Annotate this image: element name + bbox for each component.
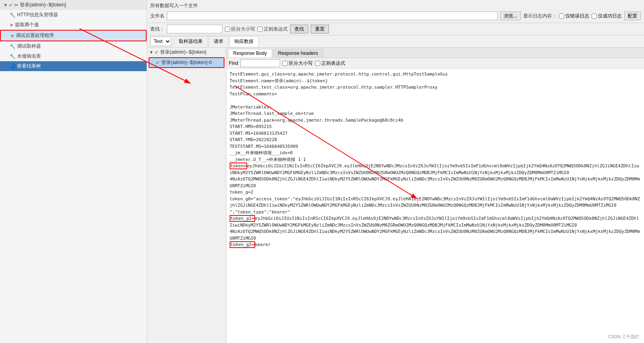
response-line-13: __jm__外来物种填报___idx=0 [230, 150, 641, 157]
search-label: 查找： [150, 26, 164, 33]
response-line-10: START.MS=1646013135427 [230, 130, 641, 137]
find-regex-checkbox[interactable] [315, 61, 320, 66]
token-g2-highlight: token_g2= [230, 241, 255, 248]
file-name-input[interactable] [167, 12, 498, 20]
sidebar-item-label: 提取两个值 [15, 21, 39, 28]
tab-sampler-result[interactable]: 取样器结果 [174, 36, 208, 47]
case-sensitive-label[interactable]: 区分大小写 [225, 26, 255, 33]
error-log-checkbox-label[interactable]: 仅错误日志 [559, 13, 589, 19]
sidebar-item-label: 水侵病虫害 [17, 53, 41, 60]
token-highlight: token= [230, 163, 247, 169]
check-icon-green: ✔ [155, 50, 159, 55]
case-sensitive-checkbox[interactable] [225, 27, 230, 32]
arrow-right-icon-2: ➤ [10, 33, 14, 39]
result-tree-root[interactable]: ▼ ✔ 登录(admin)--${token} [147, 48, 226, 57]
response-line-8: JMeterThread.pack=org.apache.jmeter.thre… [230, 117, 641, 124]
expand-arrow: ▼ [149, 50, 153, 54]
response-headers-tab[interactable]: Response headers [273, 49, 323, 58]
response-line-1: TestElement.gui_class=org.apache.jmeter.… [230, 71, 641, 78]
sidebar-item-debug-sampler[interactable]: 🔧 调试取样器 [0, 41, 147, 51]
check-icon: ✔ [9, 2, 13, 8]
indent-spacer [152, 60, 155, 66]
main-panel: 所有数据写入一个文件 文件名 浏览... 显示日志内容： 仅错误日志 仅成功日志… [147, 0, 644, 343]
sidebar-item-login-admin-token[interactable]: ▼ ✔ ✂ 登录(admin)--${token} [0, 0, 147, 10]
scissors-icon: ✂ [14, 2, 18, 8]
response-line-5 [230, 97, 641, 104]
left-tree-panel: ▼ ✔ 登录(admin)--${token} ✔ 登录(admin)--${t… [147, 48, 226, 343]
arrow-icon: ▼ [3, 2, 8, 8]
response-line-12: TESTSTART.MS=1646040535909 [230, 143, 641, 150]
response-line-9: START.HMS=095215 [230, 124, 641, 130]
sidebar-item-label: 登录(admin)--${token} [20, 2, 66, 8]
sidebar-item-water-bug[interactable]: 🔧 水侵病虫害 [0, 51, 147, 61]
watermark: CSDN 三千花灯 [608, 334, 639, 340]
response-line-11: START.YMD=20220228 [230, 137, 641, 143]
format-dropdown[interactable]: Text [150, 37, 171, 46]
find-input[interactable] [240, 59, 280, 67]
response-line-token-g: token_g=2 [230, 189, 641, 196]
sidebar: ▼ ✔ ✂ 登录(admin)--${token} 🔧 HTTP信息头管理器 ➤… [0, 0, 147, 343]
sidebar-item-extract[interactable]: ➤ 提取两个值 [0, 20, 147, 30]
regex-label[interactable]: 正则表达式 [257, 26, 288, 33]
file-write-section: 所有数据写入一个文件 文件名 浏览... 显示日志内容： 仅错误日志 仅成功日志… [147, 0, 644, 23]
sidebar-item-label: 调试后置处理程序 [16, 32, 54, 39]
search-input[interactable] [167, 25, 222, 33]
reset-button[interactable]: 重置 [311, 25, 329, 33]
find-case-label[interactable]: 区分大小写 [282, 60, 313, 67]
response-line-token-g0: token_g0="access_token":"eyJhbGciOiJIUzI… [230, 196, 641, 216]
response-line-3: TestElement.test_class=org.apache.jmeter… [230, 84, 641, 91]
response-line-7: JMeterThread.last_sample_ok=true [230, 110, 641, 117]
token-g1-highlight: token_g1= [230, 215, 255, 222]
tab-response-data[interactable]: 响应数据 [229, 36, 259, 47]
error-log-checkbox[interactable] [559, 14, 564, 19]
response-body-tab[interactable]: Response Body [228, 49, 272, 58]
response-line-token-g1: token_g1=eyJhbGciOiJIUzI1NiIsInR5cCI6Ikp… [230, 215, 641, 242]
file-write-title: 所有数据写入一个文件 [150, 2, 641, 9]
sidebar-item-label: 调试取样器 [17, 43, 41, 50]
response-tabs: Response Body Response headers [226, 48, 644, 58]
browse-button[interactable]: 浏览... [500, 12, 521, 20]
tabs-row: Text 取样器结果 请求 响应数据 [147, 35, 644, 48]
response-line-6: JMeterVariables: [230, 104, 641, 111]
response-line-14: __jmeter.U_T__=外来物种填报 1-1 [230, 157, 641, 163]
check-icon-green-2: ✔ [156, 60, 160, 66]
wrench-icon-2: 🔧 [10, 44, 15, 49]
success-log-checkbox-label[interactable]: 仅成功日志 [592, 13, 622, 19]
search-button[interactable]: 查找 [290, 25, 308, 33]
search-section: 查找： 区分大小写 正则表达式 查找 重置 [147, 23, 644, 35]
display-log-label: 显示日志内容： [523, 13, 557, 19]
result-tree-child-label: 登录(admin)--${token}-0 [161, 59, 212, 66]
circle-icon: 🔵 [10, 64, 15, 69]
response-line-token: token=eyJhbGciOiJIUzI1NiIsInR5cCI6IkpXVC… [230, 163, 641, 189]
config-button[interactable]: 配置 [624, 12, 641, 20]
sidebar-item-view-results[interactable]: 🔵 察看结果树 [0, 61, 147, 71]
response-line-token-g2: token_g2=bearer [230, 242, 641, 248]
sidebar-item-label: HTTP信息头管理器 [17, 12, 58, 18]
sidebar-item-label: 察看结果树 [17, 63, 41, 70]
wrench-icon-3: 🔧 [10, 54, 15, 59]
find-label: Find [229, 60, 238, 66]
sidebar-item-http-header[interactable]: 🔧 HTTP信息头管理器 [0, 10, 147, 20]
response-line-4: TestPlan.comments= [230, 91, 641, 98]
response-content: TestElement.gui_class=org.apache.jmeter.… [226, 69, 644, 343]
content-area: ▼ ✔ 登录(admin)--${token} ✔ 登录(admin)--${t… [147, 48, 644, 343]
tab-request[interactable]: 请求 [209, 36, 228, 47]
result-tree-root-label: 登录(admin)--${token} [160, 49, 207, 56]
find-bar: Find 区分大小写 正则表达式 [226, 58, 644, 69]
find-regex-label[interactable]: 正则表达式 [315, 60, 345, 67]
regex-checkbox[interactable] [257, 27, 263, 32]
wrench-icon: 🔧 [10, 12, 15, 18]
result-tree-child-0[interactable]: ✔ 登录(admin)--${token}-0 [149, 57, 224, 68]
response-panel: Response Body Response headers Find 区分大小… [226, 48, 644, 343]
response-line-2: TestElement.name=登录(admin)--${token} [230, 78, 641, 85]
sidebar-item-debug-post[interactable]: ➤ 调试后置处理程序 [0, 30, 147, 41]
arrow-right-icon: ➤ [10, 22, 14, 28]
find-case-checkbox[interactable] [282, 61, 288, 66]
file-name-label: 文件名 [150, 13, 164, 19]
success-log-checkbox[interactable] [592, 14, 597, 19]
